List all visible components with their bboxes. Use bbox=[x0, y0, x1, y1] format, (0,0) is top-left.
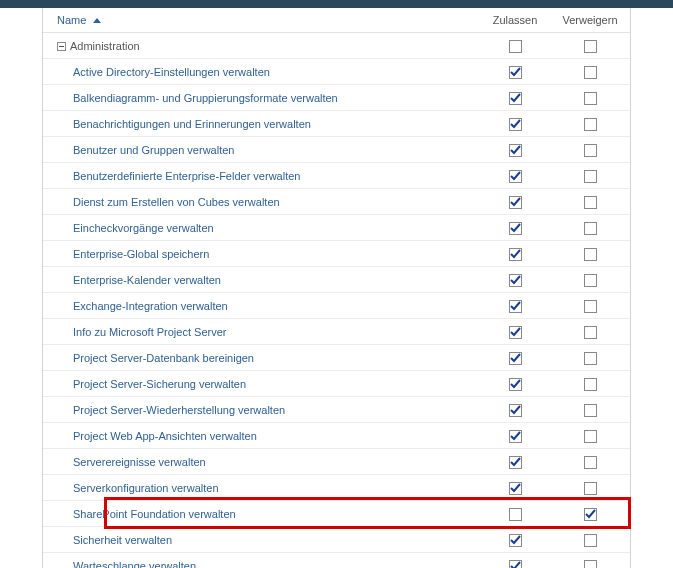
deny-checkbox[interactable] bbox=[584, 430, 597, 443]
permission-label[interactable]: Dienst zum Erstellen von Cubes verwalten bbox=[73, 196, 280, 208]
deny-checkbox[interactable] bbox=[584, 92, 597, 105]
allow-checkbox[interactable] bbox=[509, 274, 522, 287]
permission-row: Enterprise-Global speichern bbox=[43, 241, 630, 267]
permission-row: Project Server-Datenbank bereinigen bbox=[43, 345, 630, 371]
permission-label[interactable]: Project Web App-Ansichten verwalten bbox=[73, 430, 257, 442]
permission-label[interactable]: Serverereignisse verwalten bbox=[73, 456, 206, 468]
permission-row: Benachrichtigungen und Erinnerungen verw… bbox=[43, 111, 630, 137]
allow-checkbox[interactable] bbox=[509, 560, 522, 568]
allow-checkbox[interactable] bbox=[509, 66, 522, 79]
permission-row: Project Web App-Ansichten verwalten bbox=[43, 423, 630, 449]
allow-checkbox[interactable] bbox=[509, 482, 522, 495]
permissions-grid-panel: Name Zulassen Verweigern AdministrationA… bbox=[42, 8, 631, 568]
permission-label[interactable]: Info zu Microsoft Project Server bbox=[73, 326, 226, 338]
column-header-deny[interactable]: Verweigern bbox=[550, 8, 630, 33]
allow-checkbox[interactable] bbox=[509, 144, 522, 157]
group-label[interactable]: Administration bbox=[70, 40, 140, 52]
permission-row: Info zu Microsoft Project Server bbox=[43, 319, 630, 345]
permission-label[interactable]: Exchange-Integration verwalten bbox=[73, 300, 228, 312]
collapse-icon[interactable] bbox=[57, 42, 66, 51]
allow-checkbox[interactable] bbox=[509, 534, 522, 547]
permission-label[interactable]: Sicherheit verwalten bbox=[73, 534, 172, 546]
permission-row: Exchange-Integration verwalten bbox=[43, 293, 630, 319]
permission-row: Serverereignisse verwalten bbox=[43, 449, 630, 475]
permission-label[interactable]: Benachrichtigungen und Erinnerungen verw… bbox=[73, 118, 311, 130]
column-header-deny-label: Verweigern bbox=[562, 14, 617, 26]
window-titlebar bbox=[0, 0, 673, 8]
column-header-name-label: Name bbox=[57, 14, 86, 26]
allow-checkbox[interactable] bbox=[509, 300, 522, 313]
permission-row: Serverkonfiguration verwalten bbox=[43, 475, 630, 501]
allow-checkbox[interactable] bbox=[509, 456, 522, 469]
permission-row: Warteschlange verwalten bbox=[43, 553, 630, 569]
deny-checkbox[interactable] bbox=[584, 404, 597, 417]
permission-row: Balkendiagramm- und Gruppierungsformate … bbox=[43, 85, 630, 111]
deny-checkbox[interactable] bbox=[584, 482, 597, 495]
allow-checkbox[interactable] bbox=[509, 378, 522, 391]
deny-checkbox[interactable] bbox=[584, 560, 597, 568]
permission-row: Active Directory-Einstellungen verwalten bbox=[43, 59, 630, 85]
permission-row: Eincheckvorgänge verwalten bbox=[43, 215, 630, 241]
deny-checkbox[interactable] bbox=[584, 508, 597, 521]
permission-label[interactable]: Project Server-Sicherung verwalten bbox=[73, 378, 246, 390]
column-header-name[interactable]: Name bbox=[43, 8, 480, 33]
permission-row: Enterprise-Kalender verwalten bbox=[43, 267, 630, 293]
deny-checkbox[interactable] bbox=[584, 196, 597, 209]
allow-checkbox[interactable] bbox=[509, 326, 522, 339]
permission-label[interactable]: SharePoint Foundation verwalten bbox=[73, 508, 236, 520]
deny-checkbox[interactable] bbox=[584, 456, 597, 469]
permission-row: Project Server-Wiederherstellung verwalt… bbox=[43, 397, 630, 423]
permission-row: Benutzer und Gruppen verwalten bbox=[43, 137, 630, 163]
deny-checkbox[interactable] bbox=[584, 534, 597, 547]
permission-label[interactable]: Project Server-Datenbank bereinigen bbox=[73, 352, 254, 364]
permission-label[interactable]: Eincheckvorgänge verwalten bbox=[73, 222, 214, 234]
permission-row: Sicherheit verwalten bbox=[43, 527, 630, 553]
sort-asc-icon bbox=[93, 18, 101, 23]
permission-label[interactable]: Enterprise-Global speichern bbox=[73, 248, 209, 260]
permission-row: Benutzerdefinierte Enterprise-Felder ver… bbox=[43, 163, 630, 189]
column-header-allow-label: Zulassen bbox=[493, 14, 538, 26]
permission-label[interactable]: Benutzer und Gruppen verwalten bbox=[73, 144, 234, 156]
allow-checkbox[interactable] bbox=[509, 92, 522, 105]
group-deny-checkbox[interactable] bbox=[584, 40, 597, 53]
deny-checkbox[interactable] bbox=[584, 378, 597, 391]
group-row-administration: Administration bbox=[43, 33, 630, 59]
deny-checkbox[interactable] bbox=[584, 274, 597, 287]
column-header-allow[interactable]: Zulassen bbox=[480, 8, 550, 33]
permission-label[interactable]: Balkendiagramm- und Gruppierungsformate … bbox=[73, 92, 338, 104]
permission-row: SharePoint Foundation verwalten bbox=[43, 501, 630, 527]
permission-label[interactable]: Warteschlange verwalten bbox=[73, 560, 196, 569]
permission-row: Dienst zum Erstellen von Cubes verwalten bbox=[43, 189, 630, 215]
allow-checkbox[interactable] bbox=[509, 352, 522, 365]
deny-checkbox[interactable] bbox=[584, 144, 597, 157]
allow-checkbox[interactable] bbox=[509, 118, 522, 131]
permissions-grid: Name Zulassen Verweigern AdministrationA… bbox=[43, 8, 630, 568]
deny-checkbox[interactable] bbox=[584, 248, 597, 261]
grid-header-row: Name Zulassen Verweigern bbox=[43, 8, 630, 33]
group-allow-checkbox[interactable] bbox=[509, 40, 522, 53]
deny-checkbox[interactable] bbox=[584, 300, 597, 313]
permission-label[interactable]: Enterprise-Kalender verwalten bbox=[73, 274, 221, 286]
deny-checkbox[interactable] bbox=[584, 222, 597, 235]
permission-row: Project Server-Sicherung verwalten bbox=[43, 371, 630, 397]
allow-checkbox[interactable] bbox=[509, 508, 522, 521]
deny-checkbox[interactable] bbox=[584, 170, 597, 183]
allow-checkbox[interactable] bbox=[509, 222, 522, 235]
permission-label[interactable]: Benutzerdefinierte Enterprise-Felder ver… bbox=[73, 170, 300, 182]
allow-checkbox[interactable] bbox=[509, 248, 522, 261]
permission-label[interactable]: Active Directory-Einstellungen verwalten bbox=[73, 66, 270, 78]
permission-label[interactable]: Serverkonfiguration verwalten bbox=[73, 482, 219, 494]
allow-checkbox[interactable] bbox=[509, 170, 522, 183]
deny-checkbox[interactable] bbox=[584, 118, 597, 131]
permission-label[interactable]: Project Server-Wiederherstellung verwalt… bbox=[73, 404, 285, 416]
allow-checkbox[interactable] bbox=[509, 196, 522, 209]
allow-checkbox[interactable] bbox=[509, 404, 522, 417]
allow-checkbox[interactable] bbox=[509, 430, 522, 443]
deny-checkbox[interactable] bbox=[584, 326, 597, 339]
deny-checkbox[interactable] bbox=[584, 352, 597, 365]
deny-checkbox[interactable] bbox=[584, 66, 597, 79]
